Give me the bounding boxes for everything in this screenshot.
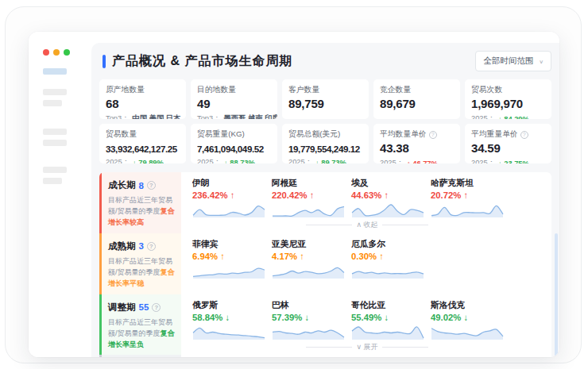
help-icon[interactable]: ? [147,242,156,251]
stat-card: 平均数量单价 ? 43.38 2025：↑ 46.77% [373,124,460,163]
stat-label: 客户数量 [288,85,362,95]
stat-label: 竞企数量 [380,85,454,95]
country-grid: 菲律宾 6.94% ↑ 亚美尼亚 4.17% ↑ 厄瓜多尔 0.30% ↑ [192,239,542,279]
trend-sparkline [351,262,424,279]
sidebar-skeleton-item [43,178,62,184]
section-name: 调整期 [108,302,136,313]
stat-subtext: Top3：中国 美国 日本 [106,113,180,119]
sidebar-skeleton [43,68,80,184]
stat-card: 贸易重量(KG) 7,461,094,049.52 2025：↓ 88.73% [191,124,277,163]
stat-value: 68 [106,97,180,110]
info-icon[interactable]: ? [520,131,528,139]
country-name: 亚美尼亚 [272,239,345,250]
trend-sparkline [431,323,504,340]
lifecycle-section: 其他国家 16 ? 留尼旺岛南非阿曼赫德岛和麦克唐纳群岛乌拉圭坦桑尼亚中国(澳门… [99,355,551,357]
country-name: 厄瓜多尔 [351,239,424,250]
collapse-link[interactable]: ∧ 收起 [356,220,377,230]
section-divider: ∧ 收起 [192,219,542,231]
country-name: 阿根廷 [272,178,345,189]
stat-label: 贸易次数 [471,85,545,95]
stat-subtext: 2025：↓ 84.29% [471,113,545,119]
lifecycle-section-body: 俄罗斯 58.84% ↓ 巴林 57.39% ↓ 哥伦比亚 55.49% ↓ 斯… [181,294,551,356]
traffic-light-dot[interactable] [53,49,60,56]
lifecycle-section-header: 成熟期 3 ? 目标产品近三年贸易额/贸易量的季度复合增长率平稳 [99,233,181,294]
yoy-trend: ↓ 89.73% [315,159,346,164]
country-cell: 菲律宾 6.94% ↑ [192,239,265,279]
chevron-down-icon: ∨ [539,58,544,63]
trend-sparkline [351,201,424,218]
section-description: 目标产品近三年贸易额/贸易量的季度复合增长率较高 [108,195,176,229]
stat-subtext: 2025：↑ 46.77% [380,158,454,163]
page-header: 产品概况 & 产品市场生命周期 全部时间范围 ∨ [99,49,551,73]
country-growth-rate: 57.39% ↓ [272,313,345,322]
title-accent-bar [103,55,106,68]
stat-subtext: 2025：↓ 79.89% [106,157,180,163]
expand-link[interactable]: ∨ 展开 [356,342,377,352]
lifecycle-card: 成长期 8 ? 目标产品近三年贸易额/贸易量的季度复合增长率较高 伊朗 236.… [99,172,551,357]
stat-value: 43.38 [380,141,454,155]
country-cell: 厄瓜多尔 0.30% ↑ [351,239,424,279]
section-count: 3 [139,241,144,251]
stat-value: 89,679 [380,97,454,110]
country-grid: 伊朗 236.42% ↑ 阿根廷 220.42% ↑ 埃及 44.63% ↑ 哈… [192,178,542,218]
lifecycle-section-body: 留尼旺岛南非阿曼赫德岛和麦克唐纳群岛乌拉圭坦桑尼亚中国(澳门)黎巴嫩卢旺达中非朝… [181,355,551,357]
sidebar-skeleton-item [43,89,67,95]
yoy-trend: ↓ 88.73% [224,159,255,164]
main-content: 产品概况 & 产品市场生命周期 全部时间范围 ∨ 原产地数量 68 Top3：中… [91,43,559,357]
trend-sparkline [192,323,265,340]
country-growth-rate: 20.72% ↑ [431,190,504,200]
traffic-light-dot[interactable] [64,49,70,56]
sidebar [29,43,91,357]
stat-card: 贸易总额(美元) 19,779,554,249.12 2025：↓ 89.73% [282,124,369,163]
stat-value: 19,779,554,249.12 [288,144,362,154]
trend-sparkline [272,201,345,218]
help-icon[interactable]: ? [147,181,156,190]
traffic-light-dot[interactable] [43,49,49,56]
stat-card: 竞企数量 89,679 [373,79,460,119]
country-name: 菲律宾 [192,239,265,250]
time-range-label: 全部时间范围 [483,56,533,67]
country-name: 埃及 [351,178,424,189]
section-description: 目标产品近三年贸易额/贸易量的季度复合增长率平稳 [108,256,176,290]
sidebar-skeleton-item [43,68,67,75]
sidebar-skeleton-item [43,140,67,146]
country-growth-rate: 58.84% ↓ [192,313,265,322]
stats-grid: 原产地数量 68 Top3：中国 美国 日本 目的地数量 49 Top3：墨西哥… [99,79,551,163]
country-growth-rate: 236.42% ↑ [192,190,265,200]
stat-label: 贸易重量(KG) [197,129,271,140]
stat-label: 原产地数量 [106,85,180,95]
info-icon[interactable]: ? [429,131,437,139]
country-name: 哈萨克斯坦 [431,178,504,189]
stat-label: 平均重量单价 ? [471,129,545,140]
country-name: 伊朗 [192,178,265,189]
help-icon[interactable]: ? [152,303,161,312]
country-growth-rate: 0.30% ↑ [351,252,424,261]
country-growth-rate: 44.63% ↑ [351,190,424,200]
country-grid: 俄罗斯 58.84% ↓ 巴林 57.39% ↓ 哥伦比亚 55.49% ↓ 斯… [192,300,542,340]
stat-card: 贸易数量 33,932,642,127.25 2025：↓ 79.89% [99,124,186,163]
sidebar-skeleton-item [43,100,62,106]
trend-sparkline [192,201,265,218]
country-growth-rate: 220.42% ↑ [272,190,345,200]
stat-card: 客户数量 89,759 [282,79,369,119]
stat-subtext: 2025：↓ 89.73% [288,157,362,163]
trend-sparkline [351,323,424,340]
section-divider: ∨ 展开 [192,341,542,353]
trend-sparkline [431,201,504,218]
stat-subtext: 2025：↓ 23.75% [471,158,545,163]
country-cell: 斯洛伐克 49.02% ↓ [431,300,504,340]
lifecycle-section: 调整期 55 ? 目标产品近三年贸易额/贸易量的季度复合增长率呈负 俄罗斯 58… [99,294,551,356]
section-count: 8 [139,181,144,190]
lifecycle-section-body: 伊朗 236.42% ↑ 阿根廷 220.42% ↑ 埃及 44.63% ↑ 哈… [181,172,551,233]
country-name: 巴林 [272,300,345,311]
country-growth-rate: 4.17% ↑ [272,252,345,261]
window-top-strip [29,32,559,43]
scrollbar-thumb[interactable] [555,233,558,357]
lifecycle-section-header: 成长期 8 ? 目标产品近三年贸易额/贸易量的季度复合增长率较高 [99,172,181,233]
lifecycle-section-header: 调整期 55 ? 目标产品近三年贸易额/贸易量的季度复合增长率呈负 [99,294,181,356]
trend-sparkline [272,262,345,279]
traffic-lights[interactable] [43,49,80,56]
stat-label: 贸易总额(美元) [288,129,362,140]
time-range-select[interactable]: 全部时间范围 ∨ [475,51,551,71]
lifecycle-section: 成熟期 3 ? 目标产品近三年贸易额/贸易量的季度复合增长率平稳 菲律宾 6.9… [99,233,551,294]
